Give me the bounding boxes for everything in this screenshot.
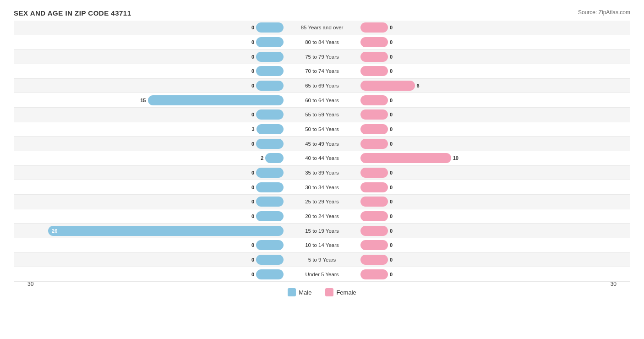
age-label: Under 5 Years <box>285 272 359 277</box>
male-bar: 0 <box>256 240 284 250</box>
chart-row: 045 to 49 Years0 <box>14 137 630 151</box>
age-label: 70 to 74 Years <box>285 68 359 74</box>
left-half: 0 <box>14 35 285 49</box>
source-label: Source: ZipAtlas.com <box>578 9 630 16</box>
female-bar: 6 <box>360 81 415 91</box>
left-half: 0 <box>14 137 285 151</box>
legend-female-box <box>325 288 333 296</box>
chart-row: 05 to 9 Years0 <box>14 253 630 268</box>
male-bar: 0 <box>256 168 284 178</box>
female-bar: 0 <box>360 66 388 76</box>
male-bar: 26 <box>48 226 284 236</box>
male-bar: 0 <box>256 22 284 33</box>
chart-row: 2615 to 19 Years0 <box>14 224 630 238</box>
left-half: 0 <box>14 108 285 122</box>
legend-male: Male <box>288 288 311 296</box>
female-bar: 0 <box>360 240 388 250</box>
right-half: 6 <box>359 79 630 93</box>
right-half: 0 <box>359 166 630 180</box>
chart-row: 0Under 5 Years0 <box>14 267 630 282</box>
right-half: 0 <box>359 21 630 35</box>
left-half: 0 <box>14 64 285 78</box>
chart-row: 070 to 74 Years0 <box>14 64 630 79</box>
legend-female: Female <box>325 288 356 296</box>
right-half: 0 <box>359 238 630 252</box>
chart-row: 085 Years and over0 <box>14 21 630 35</box>
chart-container: SEX AND AGE IN ZIP CODE 43711 Source: Zi… <box>0 0 644 339</box>
legend-female-label: Female <box>336 289 356 296</box>
left-half: 0 <box>14 180 285 194</box>
age-label: 30 to 34 Years <box>285 185 359 190</box>
legend-male-box <box>288 288 296 296</box>
male-bar: 0 <box>256 81 284 91</box>
left-half: 0 <box>14 195 285 209</box>
age-label: 75 to 79 Years <box>285 54 359 60</box>
right-half: 0 <box>359 35 630 49</box>
female-bar: 0 <box>360 139 388 149</box>
left-half: 0 <box>14 21 285 35</box>
male-bar: 0 <box>256 197 284 207</box>
female-bar: 0 <box>360 95 388 105</box>
left-half: 3 <box>14 122 285 137</box>
female-bar: 0 <box>360 168 388 178</box>
right-half: 0 <box>359 137 630 151</box>
right-half: 0 <box>359 64 630 78</box>
chart-row: 240 to 44 Years10 <box>14 151 630 166</box>
age-label: 15 to 19 Years <box>285 228 359 234</box>
male-bar: 0 <box>256 139 284 149</box>
left-half: 0 <box>14 79 285 93</box>
male-bar: 0 <box>256 66 284 76</box>
female-bar: 0 <box>360 52 388 62</box>
chart-row: 035 to 39 Years0 <box>14 166 630 180</box>
male-bar: 3 <box>257 124 284 134</box>
male-bar: 0 <box>256 255 284 265</box>
female-bar: 10 <box>360 153 451 163</box>
right-half: 0 <box>359 253 630 267</box>
female-bar: 0 <box>360 211 388 221</box>
female-bar: 0 <box>360 182 388 192</box>
male-bar: 0 <box>256 109 284 120</box>
left-half: 26 <box>14 224 285 238</box>
left-half: 0 <box>14 166 285 180</box>
male-bar: 0 <box>256 182 284 192</box>
chart-row: 020 to 24 Years0 <box>14 209 630 224</box>
chart-row: 010 to 14 Years0 <box>14 238 630 253</box>
female-bar: 0 <box>360 109 388 120</box>
axis-right-label: 30 <box>611 281 617 287</box>
age-label: 80 to 84 Years <box>285 39 359 45</box>
age-label: 40 to 44 Years <box>285 155 359 161</box>
chart-row: 075 to 79 Years0 <box>14 49 630 64</box>
legend-male-label: Male <box>299 289 311 296</box>
chart-row: 080 to 84 Years0 <box>14 35 630 50</box>
age-label: 25 to 29 Years <box>285 199 359 204</box>
left-half: 0 <box>14 209 285 224</box>
age-label: 5 to 9 Years <box>285 257 359 262</box>
chart-area: 085 Years and over0080 to 84 Years0075 t… <box>14 21 630 300</box>
age-label: 10 to 14 Years <box>285 242 359 248</box>
male-bar: 0 <box>256 37 284 47</box>
female-bar: 0 <box>360 226 388 236</box>
age-label: 50 to 54 Years <box>285 126 359 132</box>
age-label: 35 to 39 Years <box>285 170 359 175</box>
left-half: 0 <box>14 253 285 267</box>
rows-container: 085 Years and over0080 to 84 Years0075 t… <box>14 21 630 282</box>
left-half: 2 <box>14 151 285 165</box>
chart-title: SEX AND AGE IN ZIP CODE 43711 <box>14 9 630 17</box>
chart-row: 030 to 34 Years0 <box>14 180 630 195</box>
left-half: 0 <box>14 267 285 281</box>
female-bar: 0 <box>360 22 388 33</box>
female-bar: 0 <box>360 37 388 47</box>
right-half: 0 <box>359 93 630 107</box>
chart-row: 025 to 29 Years0 <box>14 195 630 209</box>
female-bar: 0 <box>360 197 388 207</box>
left-half: 0 <box>14 49 285 64</box>
legend: Male Female <box>14 288 630 296</box>
right-half: 0 <box>359 267 630 281</box>
age-label: 20 to 24 Years <box>285 213 359 219</box>
age-label: 45 to 49 Years <box>285 141 359 147</box>
left-half: 0 <box>14 238 285 252</box>
bottom-axis: 30 30 <box>27 281 617 287</box>
age-label: 65 to 69 Years <box>285 83 359 88</box>
female-bar: 0 <box>360 269 388 279</box>
female-bar: 0 <box>360 124 388 134</box>
